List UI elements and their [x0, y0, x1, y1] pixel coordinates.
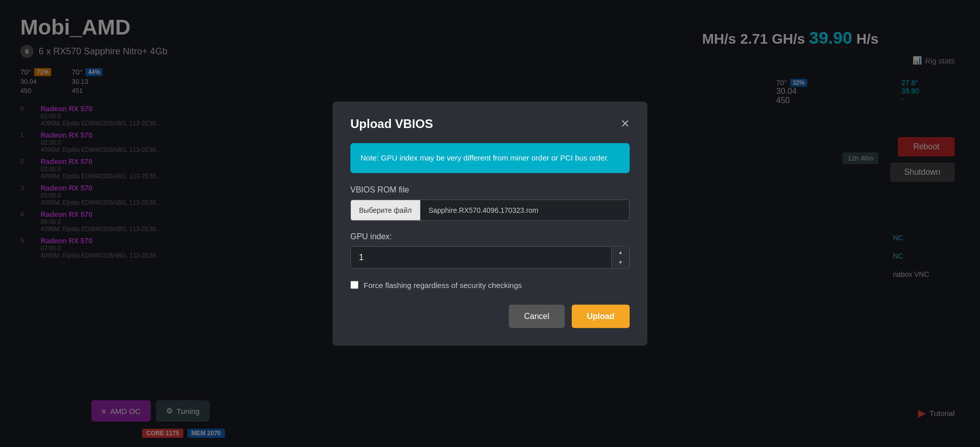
force-flash-row: Force flashing regardless of security ch…	[350, 280, 630, 289]
vbios-section-label: VBIOS ROM file	[350, 185, 630, 194]
gpu-index-label: GPU index:	[350, 232, 630, 241]
file-name-display: Sapphire.RX570.4096.170323.rom	[420, 200, 629, 220]
cancel-button[interactable]: Cancel	[509, 304, 565, 328]
modal-close-button[interactable]: ✕	[620, 118, 630, 130]
upload-vbios-modal: Upload VBIOS ✕ Note: GPU index may be ve…	[333, 102, 647, 346]
modal-actions: Cancel Upload	[350, 304, 630, 328]
spinner-buttons: ▲ ▼	[611, 247, 629, 267]
modal-title: Upload VBIOS	[350, 117, 433, 131]
force-flash-label: Force flashing regardless of security ch…	[364, 280, 522, 289]
choose-file-button[interactable]: Выберите файл	[351, 200, 420, 220]
spin-down-button[interactable]: ▼	[612, 257, 629, 267]
gpu-index-input[interactable]	[351, 246, 611, 268]
note-box: Note: GPU index may be very different fr…	[350, 143, 630, 173]
file-input-row: Выберите файл Sapphire.RX570.4096.170323…	[350, 199, 630, 220]
gpu-index-input-row: ▲ ▼	[350, 246, 630, 268]
modal-header: Upload VBIOS ✕	[350, 117, 630, 131]
upload-button[interactable]: Upload	[572, 304, 630, 328]
force-flash-checkbox[interactable]	[350, 281, 358, 289]
spin-up-button[interactable]: ▲	[612, 247, 629, 257]
